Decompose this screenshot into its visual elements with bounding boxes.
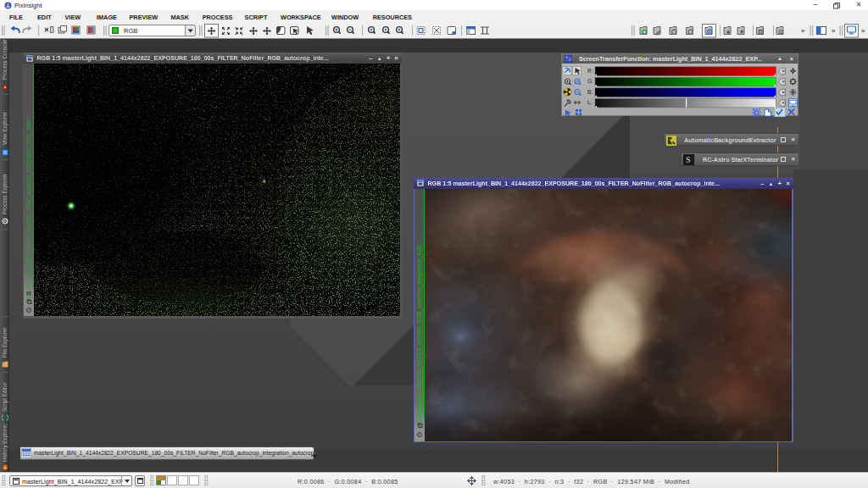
- svg-text:»: »: [832, 27, 836, 35]
- svg-text:»: »: [861, 27, 865, 35]
- svg-text:RGB: RGB: [124, 27, 137, 35]
- svg-text:»: »: [801, 27, 805, 35]
- svg-text:R:: R:: [587, 67, 593, 73]
- svg-text:B:: B:: [587, 88, 593, 94]
- svg-text:S: S: [686, 155, 691, 164]
- svg-text:L:: L:: [587, 99, 593, 105]
- svg-text:G:: G:: [587, 78, 593, 84]
